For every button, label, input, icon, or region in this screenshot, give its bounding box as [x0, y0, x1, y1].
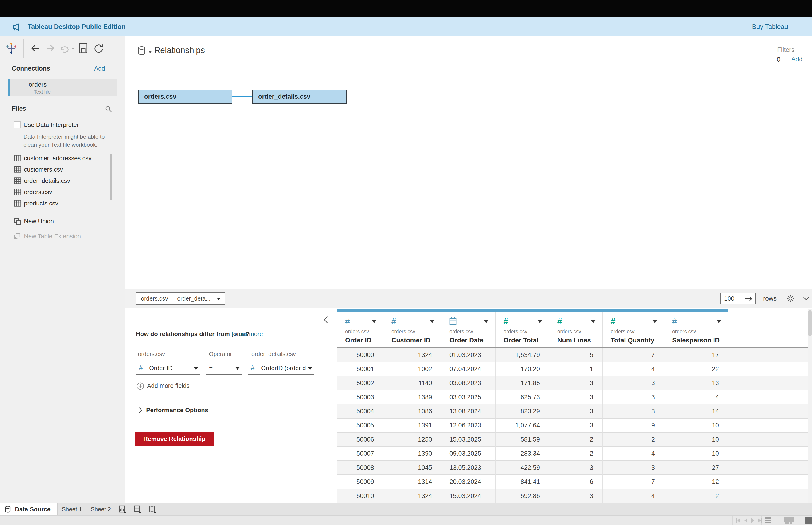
- table-cell[interactable]: 1391: [383, 419, 442, 433]
- table-cell[interactable]: 581.59: [495, 433, 549, 447]
- table-cell[interactable]: 12: [664, 475, 729, 489]
- table-cell[interactable]: 50009: [337, 475, 383, 489]
- file-item[interactable]: order_details.csv: [0, 175, 125, 186]
- table-cell[interactable]: 50004: [337, 404, 383, 419]
- column-header[interactable]: #orders.csvCustomer ID: [383, 309, 442, 347]
- column-menu-caret-icon[interactable]: [591, 320, 596, 323]
- table-cell[interactable]: 50007: [337, 447, 383, 461]
- table-cell[interactable]: 50003: [337, 390, 383, 404]
- table-cell[interactable]: 3: [549, 489, 603, 503]
- table-cell[interactable]: 823.29: [495, 404, 549, 419]
- new-story-button[interactable]: [145, 503, 160, 515]
- remove-relationship-button[interactable]: Remove Relationship: [135, 432, 214, 446]
- learn-more-link[interactable]: Learn more: [232, 330, 263, 338]
- table-cell[interactable]: 3: [549, 376, 603, 390]
- table-cell[interactable]: 6: [549, 475, 603, 489]
- table-cell[interactable]: 2: [603, 433, 664, 447]
- first-row-button[interactable]: [735, 518, 741, 523]
- table-cell[interactable]: 09.03.2025: [442, 447, 495, 461]
- table-cell[interactable]: 7: [603, 475, 664, 489]
- table-cell[interactable]: 1140: [383, 376, 442, 390]
- table-cell[interactable]: 4: [664, 390, 729, 404]
- table-cell[interactable]: 4: [603, 362, 664, 376]
- table-cell[interactable]: 12.06.2023: [442, 419, 495, 433]
- table-cell[interactable]: 3: [549, 404, 603, 419]
- column-menu-caret-icon[interactable]: [484, 320, 489, 323]
- table-cell[interactable]: 1314: [383, 475, 442, 489]
- table-cell[interactable]: 22: [664, 362, 729, 376]
- table-cell[interactable]: 1,534.79: [495, 348, 549, 362]
- table-cell[interactable]: 15.03.2024: [442, 489, 495, 503]
- table-cell[interactable]: 1324: [383, 489, 442, 503]
- filmstrip-view-icon[interactable]: [784, 517, 794, 524]
- table-cell[interactable]: 2: [549, 447, 603, 461]
- table-node-orders[interactable]: orders.csv: [138, 90, 232, 104]
- buy-tableau-link[interactable]: Buy Tableau: [752, 17, 788, 36]
- datasource-icon[interactable]: [138, 46, 147, 56]
- table-cell[interactable]: 1389: [383, 390, 442, 404]
- table-cell[interactable]: 5: [549, 348, 603, 362]
- left-field-dropdown[interactable]: # Order ID: [136, 361, 200, 375]
- column-header[interactable]: #orders.csvNum Lines: [549, 309, 603, 347]
- table-cell[interactable]: 283.34: [495, 447, 549, 461]
- tab-sheet-1[interactable]: Sheet 1: [58, 503, 87, 515]
- last-row-button[interactable]: [757, 518, 763, 523]
- table-cell[interactable]: 07.04.2024: [442, 362, 495, 376]
- table-node-order-details[interactable]: order_details.csv: [252, 90, 347, 104]
- table-cell[interactable]: 50010: [337, 489, 383, 503]
- table-cell[interactable]: 10: [664, 447, 729, 461]
- file-item[interactable]: products.csv: [0, 198, 125, 209]
- table-cell[interactable]: 50005: [337, 419, 383, 433]
- previous-row-button[interactable]: [743, 518, 749, 523]
- table-cell[interactable]: 3: [603, 390, 664, 404]
- column-header[interactable]: #orders.csvTotal Quantity: [603, 309, 664, 347]
- tab-data-source[interactable]: Data Source: [0, 503, 58, 515]
- data-interpreter-checkbox[interactable]: [14, 121, 21, 128]
- column-menu-caret-icon[interactable]: [372, 320, 377, 323]
- new-worksheet-button[interactable]: [115, 503, 130, 515]
- forward-button[interactable]: [45, 43, 56, 54]
- gear-icon[interactable]: [786, 294, 795, 303]
- table-cell[interactable]: 50006: [337, 433, 383, 447]
- table-cell[interactable]: 27: [664, 461, 729, 475]
- table-cell[interactable]: 50000: [337, 348, 383, 362]
- table-cell[interactable]: 3: [603, 404, 664, 419]
- new-union-item[interactable]: New Union: [0, 216, 125, 227]
- add-connection-link[interactable]: Add: [94, 65, 105, 72]
- table-cell[interactable]: 1324: [383, 348, 442, 362]
- table-cell[interactable]: 13: [664, 376, 729, 390]
- table-cell[interactable]: 10: [664, 419, 729, 433]
- table-cell[interactable]: 170.20: [495, 362, 549, 376]
- table-cell[interactable]: 1086: [383, 404, 442, 419]
- table-cell[interactable]: 03.03.2025: [442, 390, 495, 404]
- table-cell[interactable]: 4: [603, 447, 664, 461]
- table-cell[interactable]: 1045: [383, 461, 442, 475]
- table-cell[interactable]: 50002: [337, 376, 383, 390]
- table-cell[interactable]: 3: [549, 390, 603, 404]
- column-header[interactable]: #orders.csvOrder Total: [495, 309, 549, 347]
- operator-dropdown[interactable]: =: [206, 361, 242, 375]
- table-cell[interactable]: 2: [549, 433, 603, 447]
- grid-vertical-scrollbar[interactable]: [808, 309, 812, 503]
- table-cell[interactable]: 1002: [383, 362, 442, 376]
- new-dashboard-button[interactable]: [130, 503, 145, 515]
- table-cell[interactable]: 14: [664, 404, 729, 419]
- search-icon[interactable]: [105, 106, 112, 112]
- table-cell[interactable]: 3: [549, 419, 603, 433]
- table-cell[interactable]: 592.86: [495, 489, 549, 503]
- column-menu-caret-icon[interactable]: [717, 320, 721, 323]
- scrollbar-thumb[interactable]: [808, 310, 812, 336]
- table-cell[interactable]: 422.59: [495, 461, 549, 475]
- table-cell[interactable]: 50008: [337, 461, 383, 475]
- table-cell[interactable]: 3: [549, 461, 603, 475]
- column-header[interactable]: #orders.csvOrder ID: [337, 309, 383, 347]
- table-cell[interactable]: 1: [549, 362, 603, 376]
- table-cell[interactable]: 20.03.2024: [442, 475, 495, 489]
- table-cell[interactable]: 4: [603, 489, 664, 503]
- table-cell[interactable]: 3: [603, 376, 664, 390]
- column-header[interactable]: #orders.csvSalesperson ID: [664, 309, 729, 347]
- table-cell[interactable]: 171.85: [495, 376, 549, 390]
- column-menu-caret-icon[interactable]: [538, 320, 542, 323]
- table-cell[interactable]: 1250: [383, 433, 442, 447]
- undo-button[interactable]: [59, 43, 74, 54]
